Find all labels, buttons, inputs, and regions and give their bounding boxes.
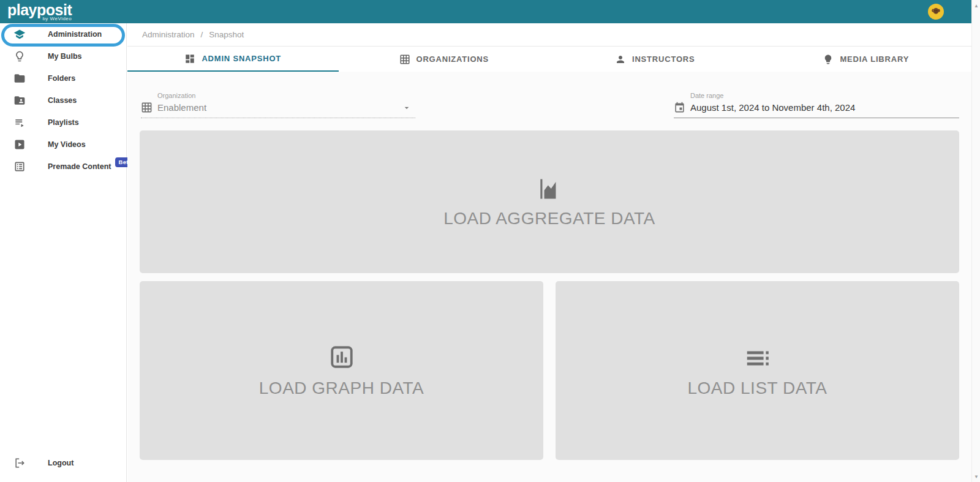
- sidebar-item-administration[interactable]: Administration: [0, 23, 126, 45]
- sidebar-item-label: Folders: [48, 74, 75, 83]
- sidebar-item-label: Premade Content: [48, 162, 111, 171]
- sidebar-item-premade-content[interactable]: Premade Content Beta: [0, 156, 126, 178]
- logo-text: playposit: [7, 2, 72, 18]
- sidebar-nav: Administration My Bulbs Folders Classes: [0, 23, 127, 482]
- page-scrollbar[interactable]: ▲ ▼: [971, 0, 980, 482]
- user-avatar[interactable]: [928, 4, 944, 20]
- load-graph-data-label: LOAD GRAPH DATA: [259, 378, 424, 398]
- tab-admin-snapshot[interactable]: ADMIN SNAPSHOT: [127, 47, 339, 72]
- lightbulb-filled-icon: [823, 54, 834, 65]
- sidebar-item-folders[interactable]: Folders: [0, 67, 126, 89]
- tab-organizations[interactable]: ORGANIZATIONS: [339, 47, 550, 72]
- load-aggregate-data-button[interactable]: LOAD AGGREGATE DATA: [140, 130, 959, 273]
- sidebar-item-classes[interactable]: Classes: [0, 89, 126, 111]
- video-play-icon: [13, 138, 26, 151]
- sidebar-item-playlists[interactable]: Playlists: [0, 111, 126, 134]
- date-range-field[interactable]: Date range August 1st, 2024 to November …: [674, 92, 959, 118]
- breadcrumb-administration[interactable]: Administration: [142, 30, 195, 39]
- sidebar-item-my-bulbs[interactable]: My Bulbs: [0, 45, 126, 67]
- breadcrumb-snapshot[interactable]: Snapshot: [209, 30, 244, 39]
- organization-value: Enablement: [157, 102, 402, 113]
- lightbulb-outline-icon: [13, 50, 26, 62]
- playlist-icon: [13, 116, 26, 129]
- dashboard-icon: [184, 53, 195, 64]
- scroll-down-arrow[interactable]: ▼: [972, 472, 980, 481]
- breadcrumb-separator: /: [201, 30, 203, 39]
- chevron-down-icon: [402, 103, 412, 113]
- main-content: Administration / Snapshot ADMIN SNAPSHOT…: [127, 23, 971, 482]
- tab-bar: ADMIN SNAPSHOT ORGANIZATIONS INSTRUCTORS…: [127, 47, 971, 72]
- app-window: playposit by WeVideo ▲ ▼ Administration …: [0, 0, 980, 482]
- sidebar-item-label: Playlists: [48, 118, 79, 127]
- tab-label: INSTRUCTORS: [632, 55, 695, 64]
- snapshot-panel: Organization Enablement Date range: [127, 72, 971, 482]
- dog-avatar-icon: [930, 6, 941, 17]
- date-range-value: August 1st, 2024 to November 4th, 2024: [690, 102, 855, 113]
- organization-label: Organization: [157, 92, 415, 99]
- sidebar-item-label: My Bulbs: [48, 52, 82, 61]
- tab-media-library[interactable]: MEDIA LIBRARY: [761, 47, 972, 72]
- sidebar-item-label: Classes: [48, 96, 77, 105]
- organization-grid-icon: [141, 102, 153, 113]
- area-chart-icon: [536, 176, 563, 203]
- scroll-up-arrow[interactable]: ▲: [972, 1, 980, 10]
- tab-label: ADMIN SNAPSHOT: [202, 54, 281, 63]
- load-list-data-label: LOAD LIST DATA: [688, 378, 827, 398]
- playposit-logo: playposit by WeVideo: [7, 2, 72, 21]
- logout-icon: [13, 457, 26, 469]
- load-graph-data-button[interactable]: LOAD GRAPH DATA: [140, 281, 543, 460]
- person-icon: [615, 54, 626, 65]
- grid-building-icon: [399, 54, 410, 65]
- tab-instructors[interactable]: INSTRUCTORS: [549, 47, 761, 72]
- logo-subtitle: by WeVideo: [7, 17, 72, 21]
- load-aggregate-data-label: LOAD AGGREGATE DATA: [443, 209, 655, 228]
- breadcrumb: Administration / Snapshot: [127, 23, 971, 47]
- organization-select[interactable]: Organization Enablement: [141, 92, 415, 118]
- calendar-icon: [674, 102, 685, 113]
- list-lines-icon: [744, 343, 772, 371]
- sidebar-item-label: Administration: [48, 30, 102, 39]
- sidebar-item-label: My Videos: [48, 140, 86, 149]
- load-list-data-button[interactable]: LOAD LIST DATA: [556, 281, 959, 460]
- sidebar-item-label: Logout: [48, 459, 74, 467]
- folder-icon: [13, 72, 26, 85]
- list-box-icon: [13, 160, 26, 173]
- sidebar-item-logout[interactable]: Logout: [0, 452, 126, 474]
- top-bar: playposit by WeVideo: [0, 0, 971, 23]
- sidebar-item-my-videos[interactable]: My Videos: [0, 134, 126, 156]
- graduation-cap-icon: [13, 28, 26, 40]
- date-range-label: Date range: [690, 92, 959, 99]
- folder-person-icon: [13, 94, 26, 107]
- bar-chart-box-icon: [328, 343, 356, 371]
- tab-label: ORGANIZATIONS: [417, 55, 489, 64]
- tab-label: MEDIA LIBRARY: [840, 55, 909, 64]
